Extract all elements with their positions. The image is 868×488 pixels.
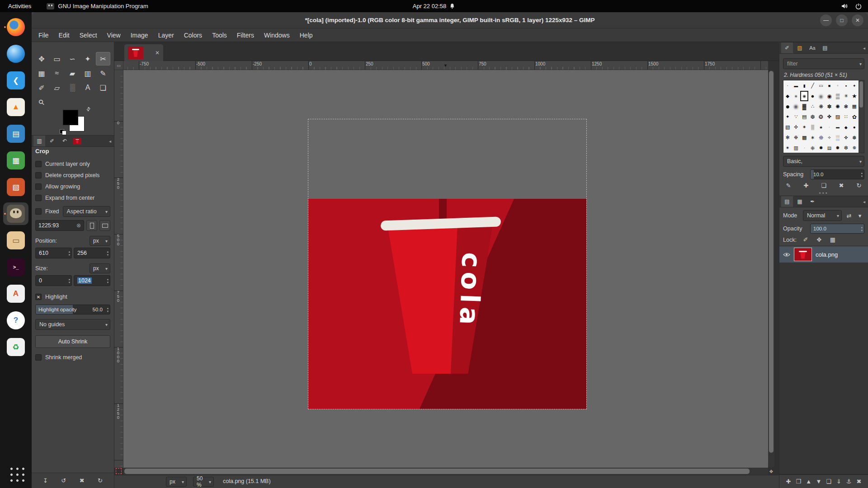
tool-eraser[interactable]: ▱: [50, 81, 64, 94]
close-tab-icon[interactable]: ✕: [155, 50, 160, 56]
brush-item[interactable]: ✢: [792, 122, 800, 132]
brush-item[interactable]: ❋: [817, 101, 825, 112]
canvas-viewport[interactable]: cola: [123, 70, 768, 468]
brush-item[interactable]: ●: [808, 91, 816, 101]
brush-item[interactable]: ∙: [800, 143, 808, 153]
dock-item-gimp[interactable]: [3, 202, 28, 225]
landscape-orientation-button[interactable]: [99, 220, 110, 231]
delete-brush-icon[interactable]: ✖: [837, 182, 846, 189]
brush-item[interactable]: ◉: [825, 91, 833, 101]
default-colors-icon[interactable]: [60, 129, 66, 135]
brush-item[interactable]: ●: [783, 101, 792, 112]
merge-layer-icon[interactable]: ⇓: [834, 478, 843, 485]
brush-item[interactable]: ✿: [850, 112, 859, 122]
images-tab[interactable]: [71, 136, 83, 146]
tool-transform[interactable]: ▦: [34, 66, 49, 80]
highlight-opacity-slider[interactable]: Highlight opacity 50.0: [35, 305, 110, 314]
dock-item-calc[interactable]: ▦: [3, 149, 28, 172]
brush-item[interactable]: ▬: [792, 80, 800, 91]
brush-item[interactable]: ✶: [800, 122, 808, 132]
brush-item[interactable]: ●: [792, 91, 800, 101]
title-bar[interactable]: *[cola] (imported)-1.0 (RGB color 8-bit …: [32, 12, 868, 28]
system-tray[interactable]: [841, 3, 862, 9]
brush-item[interactable]: ▒: [834, 91, 842, 101]
dock-item-impress[interactable]: ▧: [3, 176, 28, 198]
tool-bucket-fill[interactable]: ▰: [65, 66, 80, 80]
size-width-field[interactable]: 0: [35, 275, 72, 286]
tool-move[interactable]: ✥: [34, 52, 49, 66]
menu-colors[interactable]: Colors: [179, 28, 207, 42]
dock-item-terminal[interactable]: >_: [3, 256, 28, 278]
tool-crop[interactable]: ✂: [96, 52, 110, 66]
layer-mode-dropdown[interactable]: Normal: [803, 210, 842, 221]
aspect-ratio-input[interactable]: 1225:93 ⊗: [35, 220, 84, 231]
brush-item[interactable]: ✜: [842, 132, 850, 143]
option-current-layer-only[interactable]: Current layer only: [35, 158, 110, 169]
fonts-tab[interactable]: Aa: [807, 42, 818, 53]
brush-item[interactable]: ▨: [834, 112, 842, 122]
brush-item[interactable]: ●: [842, 80, 850, 91]
menu-filters[interactable]: Filters: [232, 28, 259, 42]
brush-item[interactable]: ★: [817, 122, 825, 132]
edit-brush-icon[interactable]: ✎: [784, 182, 793, 189]
position-x-field[interactable]: 610: [35, 248, 72, 258]
brush-item[interactable]: ●: [850, 122, 859, 132]
brush-item[interactable]: ▮: [800, 80, 808, 91]
tool-airbrush[interactable]: ░: [65, 81, 80, 94]
brush-item[interactable]: ✦: [850, 80, 859, 91]
brush-item[interactable]: ❆: [808, 112, 816, 122]
brush-item[interactable]: ∗: [808, 132, 816, 143]
horizontal-scrollbar-thumb[interactable]: [124, 469, 750, 474]
brush-item[interactable]: ❈: [808, 143, 816, 153]
brush-item[interactable]: ★: [850, 91, 859, 101]
menu-view[interactable]: View: [102, 28, 126, 42]
patterns-tab[interactable]: ▨: [794, 42, 806, 53]
option-delete-cropped-pixels[interactable]: Delete cropped pixels: [35, 169, 110, 181]
brush-item[interactable]: ❃: [842, 101, 850, 112]
vertical-scrollbar[interactable]: [768, 70, 774, 468]
delete-layer-icon[interactable]: ✖: [854, 478, 863, 485]
new-group-icon[interactable]: ❒: [794, 478, 803, 485]
tool-free-select[interactable]: ∽: [65, 52, 80, 66]
lower-layer-icon[interactable]: ▼: [814, 478, 823, 485]
portrait-orientation-button[interactable]: [86, 220, 97, 231]
menu-image[interactable]: Image: [126, 28, 153, 42]
menu-file[interactable]: File: [33, 28, 54, 42]
fixed-mode-dropdown[interactable]: Aspect ratio: [63, 206, 110, 217]
horizontal-ruler[interactable]: ▼ -750-500-25002505007501000125015001750: [123, 61, 768, 70]
tool-paintbrush[interactable]: ✐: [34, 81, 49, 94]
save-tool-preset-icon[interactable]: ↧: [41, 477, 50, 484]
menu-layer[interactable]: Layer: [153, 28, 179, 42]
focused-app-indicator[interactable]: GNU Image Manipulation Program: [47, 3, 148, 9]
brush-item[interactable]: ✤: [825, 112, 833, 122]
checkbox-highlight[interactable]: ✕: [35, 294, 42, 300]
tab-menu-icon[interactable]: ◂: [863, 46, 865, 51]
switch-group-icon[interactable]: ⇄: [844, 212, 854, 219]
brush-item[interactable]: ▦: [850, 101, 859, 112]
brush-item[interactable]: ❉: [792, 132, 800, 143]
minimize-button[interactable]: —: [820, 14, 832, 26]
brush-item[interactable]: ▓: [800, 101, 808, 112]
brush-item[interactable]: ●: [800, 91, 808, 101]
position-y-field[interactable]: 256: [74, 248, 110, 258]
brush-item[interactable]: ✵: [850, 143, 859, 153]
horizontal-scrollbar[interactable]: [123, 468, 768, 475]
brush-item[interactable]: ❂: [817, 112, 825, 122]
brush-item[interactable]: ❊: [817, 132, 825, 143]
maximize-button[interactable]: □: [836, 14, 848, 26]
vertical-scrollbar-thumb[interactable]: [769, 71, 774, 453]
tool-text[interactable]: A: [80, 81, 95, 94]
dock-item-app-grid[interactable]: [3, 462, 28, 484]
refresh-brushes-icon[interactable]: ↻: [854, 182, 863, 189]
dock-item-blue-app[interactable]: [3, 42, 28, 65]
undo-history-tab[interactable]: ↶: [59, 136, 71, 146]
brush-item[interactable]: ✦: [783, 112, 792, 122]
tab-menu-icon[interactable]: ◂: [863, 199, 865, 204]
brush-item[interactable]: ▧: [783, 122, 792, 132]
channels-tab[interactable]: ▦: [794, 196, 806, 207]
foreground-color-swatch[interactable]: [63, 110, 78, 125]
size-unit-dropdown[interactable]: px: [90, 263, 110, 273]
checkbox-current-layer-only[interactable]: [35, 161, 42, 167]
tab-menu-icon[interactable]: ◂: [109, 139, 111, 144]
checkbox-expand-from-center[interactable]: [35, 195, 42, 201]
